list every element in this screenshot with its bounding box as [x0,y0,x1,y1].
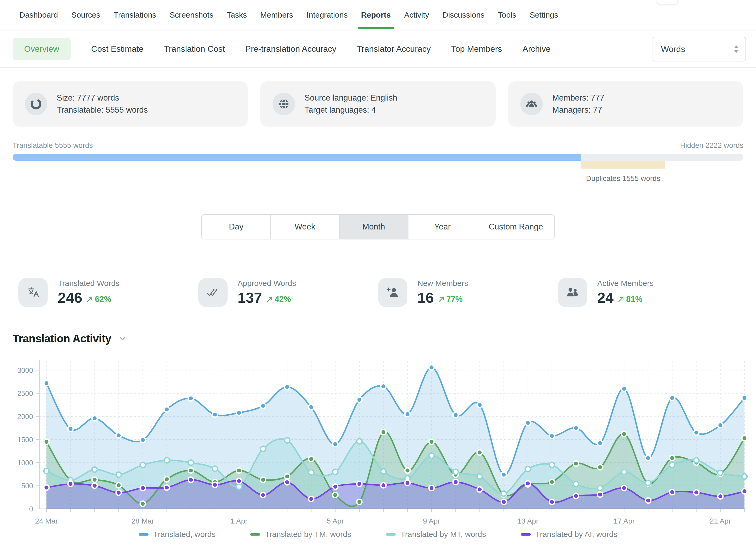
svg-text:3000: 3000 [17,367,33,374]
person-add-icon [378,278,407,307]
svg-text:0: 0 [29,505,33,513]
kpi-label: New Members [417,279,468,288]
report-tab[interactable]: Overview [13,38,71,60]
legend-item[interactable]: Translated by TM, words [250,530,351,539]
nav-item[interactable]: Discussions [442,2,485,28]
kpi-label: Active Members [597,279,654,288]
svg-text:2500: 2500 [17,390,33,398]
translatable-line: Translatable: 5555 words [57,104,148,116]
legend-marker [386,533,396,536]
period-option[interactable]: Month [339,215,408,239]
nav-item[interactable]: Sources [71,2,101,28]
kpi-delta: 62% [86,295,111,305]
period-option[interactable]: Custom Range [477,215,555,239]
target-languages-line: Target languages: 4 [305,104,397,116]
kpi-active-members: Active Members 24 81% [558,278,738,307]
chart-legend: Translated, words Translated by TM, word… [0,530,756,539]
legend-marker [139,533,149,536]
unit-select-value: Words [661,44,685,54]
nav-item[interactable]: Tasks [226,2,248,28]
svg-text:500: 500 [21,482,33,490]
kpi-value: 16 [417,290,434,305]
report-tabs-bar: OverviewCost EstimateTranslation CostPre… [0,30,756,68]
languages-card: Source language: English Target language… [260,81,496,127]
duplicates-label: Duplicates 1555 words [581,174,665,183]
size-line: Size: 7777 words [57,92,148,104]
project-summary-cards: Size: 7777 words Translatable: 5555 word… [0,68,756,127]
kpi-delta: 42% [266,295,291,305]
kpi-value: 24 [597,290,613,305]
svg-text:17 Apr: 17 Apr [613,517,635,525]
translate-icon [18,278,48,307]
period-option[interactable]: Day [202,215,270,239]
hidden-label: Hidden 2222 words [680,141,743,150]
nav-item[interactable]: Activity [404,2,430,28]
size-card: Size: 7777 words Translatable: 5555 word… [13,81,248,127]
translation-activity-section: Translation Activity 0500100015002000250… [0,332,756,539]
managers-line: Managers: 77 [552,104,604,116]
nav-item[interactable]: Translations [113,2,157,28]
double-check-icon [198,278,228,307]
kpi-label: Approved Words [238,279,296,288]
report-tab[interactable]: Cost Estimate [91,44,143,54]
members-card: Members: 777 Managers: 77 [508,81,743,127]
words-progress-track [13,154,743,161]
trend-up-icon [618,296,624,303]
nav-item[interactable]: Dashboard [19,2,59,28]
words-breakdown: Translatable 5555 words Hidden 2222 word… [0,127,756,190]
svg-text:21 Apr: 21 Apr [710,517,731,525]
svg-text:28 Mar: 28 Mar [131,517,154,525]
report-tab[interactable]: Pre-translation Accuracy [245,44,336,54]
nav-item[interactable]: Members [260,2,294,28]
trend-up-icon [266,296,273,303]
kpi-value: 137 [238,290,262,305]
kpi-new-members: New Members 16 77% [378,278,558,307]
main-nav: DashboardSourcesTranslationsScreenshotsT… [0,0,756,30]
kpi-label: Translated Words [58,279,119,288]
svg-text:13 Apr: 13 Apr [517,517,538,525]
kpi-value: 246 [58,290,82,305]
legend-item[interactable]: Translated by MT, words [386,530,486,539]
svg-text:1000: 1000 [17,459,33,467]
period-selector: DayWeekMonthYearCustom Range [202,215,555,239]
kpi-approved-words: Approved Words 137 42% [198,278,378,307]
report-tab[interactable]: Top Members [451,44,502,54]
members-group-icon [520,93,543,115]
legend-marker [250,533,260,536]
report-tab[interactable]: Translator Accuracy [357,44,431,54]
nav-item[interactable]: Reports [360,2,391,28]
kpi-row: Translated Words 246 62% Approved Words [0,278,756,307]
kpi-delta: 81% [618,295,642,305]
progress-ring-icon [25,93,47,115]
nav-item[interactable]: Tools [497,2,517,28]
source-language-line: Source language: English [305,92,397,104]
translation-activity-chart: 05001000150020002500300024 Mar28 Mar1 Ap… [0,357,756,529]
people-icon [558,278,587,307]
unit-select[interactable]: Words [653,37,746,61]
kpi-translated-words: Translated Words 246 62% [18,278,198,307]
nav-item[interactable]: Integrations [306,2,348,28]
members-line: Members: 777 [552,92,604,104]
period-option[interactable]: Year [408,215,477,239]
legend-marker [521,533,531,536]
legend-item[interactable]: Translated by AI, words [521,530,617,539]
select-arrows-icon [734,45,739,53]
duplicates-bar [581,161,665,169]
period-option[interactable]: Week [270,215,339,239]
legend-item[interactable]: Translated, words [139,530,216,539]
svg-text:1 Apr: 1 Apr [230,517,248,525]
trend-up-icon [438,296,445,303]
nav-item[interactable]: Screenshots [169,2,214,28]
nav-item[interactable]: Settings [529,2,559,28]
report-tab[interactable]: Translation Cost [164,44,225,54]
globe-icon [272,93,295,115]
reports-page: DashboardSourcesTranslationsScreenshotsT… [0,0,756,549]
report-tab[interactable]: Archive [523,44,551,54]
svg-text:24 Mar: 24 Mar [35,517,58,525]
svg-text:9 Apr: 9 Apr [423,517,440,525]
svg-text:1500: 1500 [17,436,33,444]
translatable-label: Translatable 5555 words [13,141,93,150]
chevron-down-icon[interactable] [119,336,127,341]
svg-text:5 Apr: 5 Apr [327,517,344,525]
translatable-bar [13,154,581,161]
